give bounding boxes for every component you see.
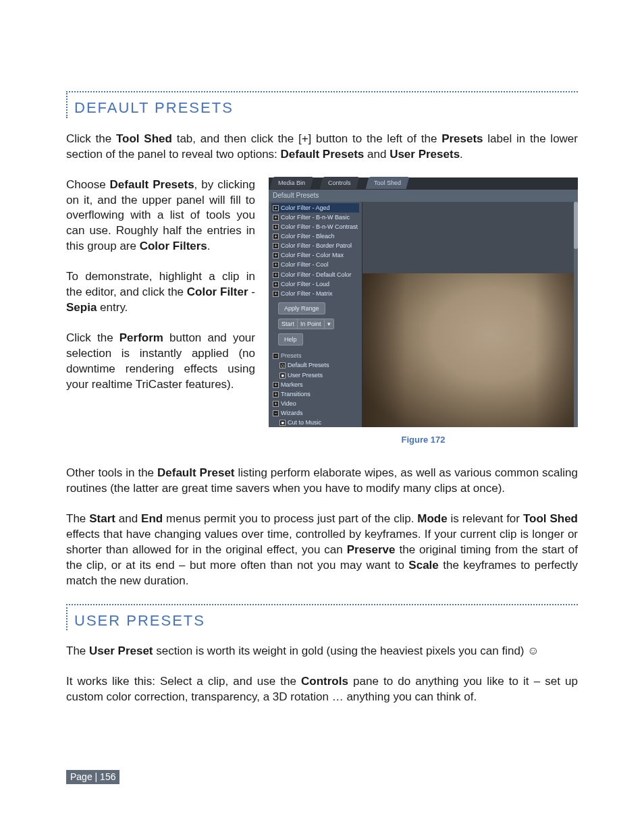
expand-icon: + <box>273 391 279 397</box>
filter-item[interactable]: +Color Filter - B-n-W Contrast <box>271 222 359 231</box>
figure-caption: Figure 172 <box>269 434 578 446</box>
lower-tree: −Presets◇Default Presets■User Presets+Ma… <box>271 351 359 426</box>
paragraph: To demonstrate, highlight a clip in the … <box>66 269 255 316</box>
expand-icon: ■ <box>279 372 286 379</box>
start-value: In Point <box>297 319 324 329</box>
panel-tabs: Media BinControlsTool Shed <box>269 177 578 190</box>
expand-icon: + <box>273 281 279 287</box>
help-row: Help <box>278 333 359 346</box>
paragraph: It works like this: Select a clip, and u… <box>66 674 578 705</box>
expand-icon: + <box>273 243 279 249</box>
tab-tool-shed[interactable]: Tool Shed <box>365 177 409 189</box>
filter-item[interactable]: +Color Filter - Bleach <box>271 231 359 241</box>
tree-item[interactable]: ◇Default Presets <box>271 360 359 370</box>
tree-item[interactable]: +Markers <box>271 380 359 389</box>
expand-icon: + <box>273 272 279 278</box>
filter-item[interactable]: +Color Filter - Loud <box>271 279 359 289</box>
filter-item[interactable]: +Color Filter - Cool <box>271 260 359 269</box>
filter-item[interactable]: +Color Filter - Border Patrol <box>271 241 359 250</box>
page-number: Page | 156 <box>66 770 119 784</box>
figure-wrapper: Media BinControlsTool Shed Default Prese… <box>269 177 578 460</box>
panel-header-label: Default Presets <box>273 191 319 200</box>
expand-icon: + <box>273 291 279 297</box>
tree-item[interactable]: +Transitions <box>271 389 359 399</box>
expand-icon: + <box>273 233 279 240</box>
expand-icon: − <box>273 353 279 359</box>
paragraph: Click the Perform button and your select… <box>66 331 255 393</box>
tree-item[interactable]: +Video <box>271 399 359 408</box>
heading-text: DEFAULT PRESETS <box>74 99 234 116</box>
paragraph: The User Preset section is worth its wei… <box>66 644 578 659</box>
panel-left-column: +Color Filter - Aged+Color Filter - B-n-… <box>269 202 362 427</box>
filter-item[interactable]: +Color Filter - Default Color <box>271 270 359 279</box>
tree-item[interactable]: ■User Presets <box>271 370 359 380</box>
paragraph: The Start and End menus permit you to pr… <box>66 512 578 589</box>
expand-icon: + <box>273 215 279 221</box>
start-select[interactable]: Start In Point ▾ <box>278 319 334 329</box>
expand-icon: ■ <box>279 420 286 426</box>
chevron-down-icon: ▾ <box>324 319 333 329</box>
toolshed-panel-screenshot: Media BinControlsTool Shed Default Prese… <box>269 177 578 427</box>
section-heading-default-presets: DEFAULT PRESETS <box>66 91 578 118</box>
paragraph: Other tools in the Default Preset listin… <box>66 466 578 497</box>
expand-icon: + <box>273 252 279 258</box>
filter-item[interactable]: +Color Filter - Aged <box>271 203 359 213</box>
paragraph: Choose Default Presets, by clicking on i… <box>66 177 255 255</box>
expand-icon: + <box>273 382 279 388</box>
expand-icon: − <box>273 410 279 416</box>
tab-controls[interactable]: Controls <box>320 177 359 189</box>
tree-item[interactable]: ■Cut to Music <box>271 418 359 426</box>
apply-range-row: Apply Range <box>278 302 359 314</box>
tree-item[interactable]: −Wizards <box>271 408 359 418</box>
tree-item[interactable]: −Presets <box>271 351 359 360</box>
expand-icon: + <box>273 401 279 407</box>
filter-item[interactable]: +Color Filter - B-n-W Basic <box>271 213 359 222</box>
expand-icon: + <box>273 205 279 211</box>
paragraph: Click the Tool Shed tab, and then click … <box>66 132 578 163</box>
panel-header: Default Presets <box>269 190 578 202</box>
start-label: Start <box>279 320 297 328</box>
filter-item[interactable]: +Color Filter - Color Max <box>271 250 359 260</box>
expand-icon: ◇ <box>279 362 286 368</box>
section-heading-user-presets: USER PRESETS <box>66 604 578 631</box>
panel-preview <box>362 202 578 427</box>
filter-list: +Color Filter - Aged+Color Filter - B-n-… <box>271 203 359 298</box>
filter-item[interactable]: +Color Filter - Matrix <box>271 289 359 298</box>
tab-media-bin[interactable]: Media Bin <box>270 177 314 189</box>
expand-icon: + <box>273 262 279 268</box>
heading-text: USER PRESETS <box>74 612 205 629</box>
apply-range-button[interactable]: Apply Range <box>278 302 325 314</box>
scrollbar[interactable] <box>574 202 578 427</box>
preview-image <box>363 273 578 427</box>
expand-icon: + <box>273 224 279 230</box>
start-select-row: Start In Point ▾ <box>278 319 359 329</box>
help-button[interactable]: Help <box>278 333 303 346</box>
